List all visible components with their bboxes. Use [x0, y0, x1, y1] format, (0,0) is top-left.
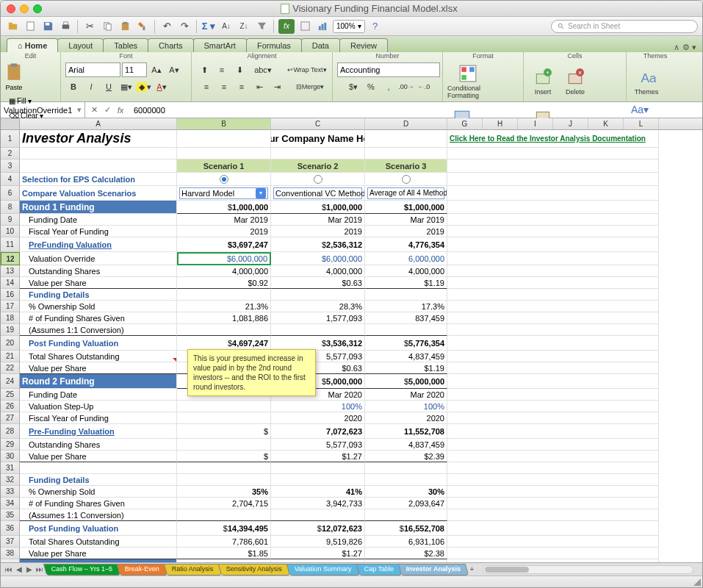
- row-header[interactable]: 13: [1, 265, 20, 277]
- col-header-L[interactable]: L: [624, 118, 659, 129]
- chart-icon[interactable]: [315, 19, 330, 34]
- conditional-formatting-button[interactable]: Conditional Formatting: [447, 62, 488, 101]
- row-header[interactable]: 21: [1, 351, 20, 362]
- open-icon[interactable]: [5, 19, 20, 34]
- themes-button[interactable]: AaThemes: [631, 62, 662, 101]
- first-sheet-icon[interactable]: ⏮: [4, 564, 14, 575]
- decrease-decimal-icon[interactable]: ←.0: [416, 79, 432, 94]
- filter-icon[interactable]: [254, 19, 269, 34]
- row-header[interactable]: 35: [1, 509, 20, 521]
- tab-data[interactable]: Data: [301, 38, 340, 52]
- row-header[interactable]: 32: [1, 474, 20, 486]
- tab-smartart[interactable]: SmartArt: [193, 38, 247, 52]
- method-2-dropdown[interactable]: Conventional VC Method▾: [271, 186, 365, 201]
- row-header[interactable]: 25: [1, 389, 20, 401]
- tab-layout[interactable]: Layout: [57, 38, 104, 52]
- wrap-text-button[interactable]: ↩ Wrap Text ▾: [278, 62, 336, 77]
- scenario-3-radio[interactable]: [365, 173, 447, 186]
- zoom-selector[interactable]: 100%▾: [333, 20, 365, 33]
- accept-formula-icon[interactable]: ✓: [101, 105, 113, 115]
- font-name-selector[interactable]: [65, 62, 120, 77]
- col-header-K[interactable]: K: [588, 118, 624, 129]
- format-painter-icon[interactable]: [135, 19, 150, 34]
- border-button[interactable]: ▦▾: [118, 79, 134, 94]
- number-format-selector[interactable]: [337, 62, 440, 77]
- sheet-tab[interactable]: Sensitivity Analysis: [218, 564, 290, 576]
- row-header[interactable]: 10: [1, 226, 20, 237]
- row-header[interactable]: 8: [1, 201, 20, 214]
- paste-button[interactable]: Paste: [5, 62, 23, 91]
- row-header[interactable]: 27: [1, 412, 20, 424]
- row-header[interactable]: 12: [1, 252, 20, 265]
- row-header[interactable]: 4: [1, 173, 20, 186]
- copy-icon[interactable]: [100, 19, 115, 34]
- comma-icon[interactable]: ,: [381, 79, 397, 94]
- merge-button[interactable]: ⊟ Merge ▾: [286, 79, 334, 94]
- print-icon[interactable]: [58, 19, 73, 34]
- sheet-tab[interactable]: Break-Even: [117, 564, 167, 576]
- row-header[interactable]: 9: [1, 214, 20, 226]
- row-header[interactable]: 34: [1, 498, 20, 509]
- fill-button[interactable]: ▦ Fill ▾: [5, 94, 47, 107]
- row-header[interactable]: 36: [1, 521, 20, 536]
- sheet-tab[interactable]: Cash Flow – Yrs 1–5: [43, 564, 121, 576]
- scenario-1-radio[interactable]: [177, 173, 271, 186]
- col-header-B[interactable]: B: [177, 118, 271, 129]
- indent-right-icon[interactable]: ⇥: [269, 79, 285, 94]
- col-header-I[interactable]: I: [518, 118, 553, 129]
- company-name-cell[interactable]: Your Company Name Here: [271, 130, 365, 148]
- horizontal-scrollbar[interactable]: [483, 565, 693, 574]
- row-header[interactable]: 37: [1, 536, 20, 548]
- sheet-tab[interactable]: Ratio Analysis: [164, 564, 222, 576]
- col-header-G[interactable]: G: [447, 118, 483, 129]
- shrink-font-icon[interactable]: A▾: [166, 62, 182, 77]
- resize-handle-icon[interactable]: [692, 577, 701, 586]
- active-cell[interactable]: $6,000,000: [177, 252, 271, 265]
- tab-review[interactable]: Review: [339, 38, 388, 52]
- row-header[interactable]: 40: [1, 559, 20, 562]
- align-left-icon[interactable]: ≡: [198, 79, 214, 94]
- fx-icon[interactable]: fx: [278, 19, 295, 34]
- row-header[interactable]: 6: [1, 186, 20, 201]
- row-header[interactable]: 2: [1, 148, 20, 159]
- col-header-H[interactable]: H: [483, 118, 518, 129]
- redo-icon[interactable]: ↷: [177, 19, 192, 34]
- align-bottom-icon[interactable]: ⬇: [231, 62, 248, 77]
- collapse-ribbon-icon[interactable]: ∧: [674, 43, 679, 52]
- row-header[interactable]: 24: [1, 374, 20, 389]
- orientation-button[interactable]: abc▾: [249, 62, 277, 77]
- row-header[interactable]: 33: [1, 486, 20, 498]
- add-sheet-icon[interactable]: +: [466, 564, 477, 575]
- col-header-A[interactable]: A: [20, 118, 177, 129]
- row-header[interactable]: 26: [1, 401, 20, 412]
- show-formulas-icon[interactable]: [298, 19, 312, 34]
- increase-decimal-icon[interactable]: .00→: [398, 79, 414, 94]
- italic-button[interactable]: I: [83, 79, 99, 94]
- close-icon[interactable]: [7, 4, 15, 13]
- row-header[interactable]: 3: [1, 159, 20, 173]
- row-header[interactable]: 19: [1, 324, 20, 336]
- title-cell[interactable]: Investor Analysis: [20, 130, 177, 148]
- row-header[interactable]: 28: [1, 424, 20, 439]
- align-right-icon[interactable]: ≡: [234, 79, 250, 94]
- method-3-dropdown[interactable]: Average of All 4 Methods▾: [365, 186, 447, 201]
- row-header[interactable]: 16: [1, 289, 20, 301]
- tab-tables[interactable]: Tables: [103, 38, 148, 52]
- percent-icon[interactable]: %: [363, 79, 379, 94]
- row-header[interactable]: 1: [1, 130, 20, 148]
- row-header[interactable]: 38: [1, 548, 20, 559]
- insert-button[interactable]: +Insert: [528, 62, 558, 101]
- help-icon[interactable]: ?: [368, 19, 383, 34]
- prev-sheet-icon[interactable]: ◀: [14, 564, 24, 575]
- row-header[interactable]: 11: [1, 237, 20, 252]
- method-1-dropdown[interactable]: Harvard Model▾: [177, 186, 271, 201]
- align-middle-icon[interactable]: ≡: [214, 62, 230, 77]
- row-header[interactable]: 14: [1, 277, 20, 289]
- sheet-tab[interactable]: Cap Table: [356, 564, 403, 576]
- tab-home[interactable]: ⌂ Home: [7, 38, 58, 52]
- delete-button[interactable]: ×Delete: [560, 62, 590, 101]
- align-top-icon[interactable]: ⬆: [196, 62, 212, 77]
- row-header[interactable]: 18: [1, 312, 20, 324]
- search-input[interactable]: Search in Sheet: [551, 20, 698, 33]
- sheet-tab-active[interactable]: Investor Analysis: [398, 564, 469, 576]
